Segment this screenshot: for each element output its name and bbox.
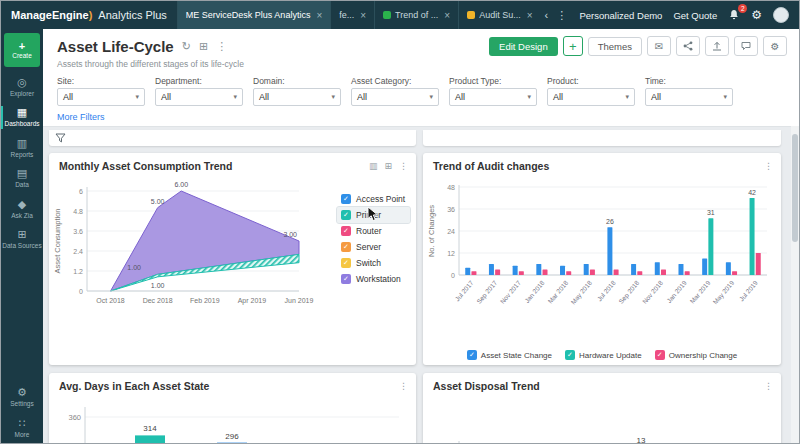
top-navigation-bar: ManageEngine) Analytics Plus ME ServiceD…: [1, 1, 799, 29]
sidebar-item-label: Data Sources: [2, 242, 41, 249]
tab-me-servicedesk-plus-analytics[interactable]: ME ServiceDesk Plus Analytics×: [177, 1, 330, 29]
tab-overflow-menu-icon[interactable]: ⋮: [552, 9, 571, 22]
filter-value: All: [259, 92, 269, 102]
bar-chart[interactable]: 360314296: [51, 401, 406, 443]
kebab-menu-icon[interactable]: ⋮: [399, 161, 408, 171]
widget-bottom-strip: [423, 130, 781, 146]
notifications-bell-icon[interactable]: 2: [728, 9, 740, 21]
legend-item-access-point[interactable]: ✓Access Point: [337, 191, 410, 207]
slideshow-icon[interactable]: ⊞: [199, 41, 208, 52]
sidebar-item-data[interactable]: ▤Data: [1, 163, 43, 193]
legend-label: Hardware Update: [579, 351, 642, 360]
user-avatar[interactable]: [773, 7, 789, 23]
scrollbar-thumb[interactable]: [792, 134, 798, 242]
kebab-menu-icon[interactable]: ⋮: [764, 381, 773, 391]
filter-dropdown[interactable]: All▾: [253, 88, 341, 106]
add-widget-button[interactable]: +: [563, 36, 583, 56]
legend-label: Switch: [356, 258, 381, 268]
tab-scroll-icon[interactable]: ‹: [541, 9, 553, 21]
filter-dropdown[interactable]: All▾: [57, 88, 145, 106]
share-button[interactable]: [676, 36, 700, 56]
area-chart[interactable]: 1613: [427, 401, 773, 443]
legend-item-hardware-update[interactable]: ✓Hardware Update: [565, 350, 642, 360]
sidebar-items: ◎Explorer▦Dashboards▥Reports▤Data◆Ask Zi…: [1, 72, 43, 443]
svg-text:Jun 2019: Jun 2019: [285, 297, 314, 304]
svg-text:Jul 2017: Jul 2017: [453, 279, 474, 303]
legend-checkbox-icon[interactable]: ✓: [341, 210, 351, 220]
tab-close-icon[interactable]: ×: [444, 10, 450, 21]
header-actions: Edit Design + Themes ✉ ⚙: [489, 36, 787, 56]
widget-title: Trend of Audit changes: [433, 160, 549, 172]
sidebar-item-label: Explorer: [10, 90, 34, 97]
tab-close-icon[interactable]: ×: [316, 10, 322, 21]
tab-close-icon[interactable]: ×: [360, 10, 366, 21]
legend-checkbox-icon[interactable]: ✓: [341, 258, 351, 268]
legend-item-router[interactable]: ✓Router: [337, 223, 410, 239]
kebab-menu-icon[interactable]: ⋮: [764, 161, 773, 171]
refresh-icon[interactable]: ↻: [182, 41, 191, 52]
maximize-icon[interactable]: ⊞: [384, 161, 392, 171]
legend-checkbox-icon[interactable]: ✓: [341, 242, 351, 252]
svg-text:2.4: 2.4: [73, 248, 83, 255]
page-subtitle: Assets through the different stages of i…: [43, 56, 799, 69]
legend-checkbox-icon[interactable]: ✓: [341, 226, 351, 236]
sidebar-item-data-sources[interactable]: ⊞Data Sources: [1, 224, 43, 254]
comments-button[interactable]: [734, 36, 758, 56]
sidebar-item-dashboards[interactable]: ▦Dashboards: [1, 102, 43, 132]
tab-audit-su-[interactable]: Audit Su...×: [458, 1, 540, 29]
edit-design-button[interactable]: Edit Design: [489, 37, 558, 56]
legend-item-asset-state-change[interactable]: ✓Asset State Change: [467, 350, 552, 360]
legend-checkbox-icon[interactable]: ✓: [655, 350, 665, 360]
filter-dropdown[interactable]: All▾: [155, 88, 243, 106]
chart-type-icon[interactable]: ▥: [369, 161, 378, 171]
sidebar-item-explorer[interactable]: ◎Explorer: [1, 72, 43, 102]
area-chart[interactable]: 01.22.43.64.86Oct 2018Dec 2018Feb 2019Ap…: [51, 179, 337, 337]
bar-chart[interactable]: 012243648Jul 2017Sep 2017Nov 2017Jan 201…: [425, 177, 775, 337]
email-button[interactable]: ✉: [647, 36, 671, 56]
settings-button[interactable]: ⚙: [763, 36, 787, 56]
vertical-scrollbar[interactable]: [791, 126, 799, 443]
svg-text:314: 314: [143, 424, 157, 433]
tab-fe-[interactable]: fe...×: [330, 1, 374, 29]
sidebar-item-ask-zia[interactable]: ◆Ask Zia: [1, 194, 43, 224]
sidebar-item-reports[interactable]: ▥Reports: [1, 133, 43, 163]
get-quote-link[interactable]: Get Quote: [673, 10, 717, 21]
svg-text:1.00: 1.00: [151, 282, 165, 289]
funnel-filter-icon[interactable]: [55, 133, 66, 144]
gear-icon[interactable]: ⚙: [751, 8, 762, 22]
legend-checkbox-icon[interactable]: ✓: [341, 274, 351, 284]
kebab-menu-icon[interactable]: ⋮: [216, 41, 227, 52]
filter-product-type-: Product Type:All▾: [449, 76, 537, 106]
filter-dropdown[interactable]: All▾: [547, 88, 635, 106]
more-icon: ∷: [19, 418, 26, 429]
legend-checkbox-icon[interactable]: ✓: [341, 194, 351, 204]
legend-item-server[interactable]: ✓Server: [337, 239, 410, 255]
sidebar-item-more[interactable]: ∷More: [1, 413, 43, 443]
widget-title: Monthly Asset Consumption Trend: [59, 160, 232, 172]
svg-text:296: 296: [225, 432, 239, 441]
svg-text:Jul 2019: Jul 2019: [738, 279, 759, 303]
filter-dropdown[interactable]: All▾: [449, 88, 537, 106]
svg-text:Apr 2019: Apr 2019: [238, 297, 267, 305]
personalized-demo-link[interactable]: Personalized Demo: [579, 10, 662, 21]
legend-item-printer[interactable]: ✓Printer: [337, 207, 410, 223]
svg-text:Sep 2018: Sep 2018: [617, 279, 641, 306]
legend-item-ownership-change[interactable]: ✓Ownership Change: [655, 350, 737, 360]
filter-dropdown[interactable]: All▾: [351, 88, 439, 106]
tab-close-icon[interactable]: ×: [527, 10, 533, 21]
widget-icons: ⋮: [764, 161, 773, 171]
more-filters-link[interactable]: More Filters: [57, 112, 105, 122]
tab-trend-of-[interactable]: Trend of ...×: [374, 1, 458, 29]
create-button[interactable]: + Create: [4, 33, 40, 67]
publish-button[interactable]: [705, 36, 729, 56]
legend-checkbox-icon[interactable]: ✓: [467, 350, 477, 360]
kebab-menu-icon[interactable]: ⋮: [399, 381, 408, 391]
filter-dropdown[interactable]: All▾: [645, 88, 733, 106]
widget-monthly-asset-consumption: Monthly Asset Consumption Trend ▥ ⊞ ⋮ 01…: [49, 153, 416, 365]
themes-button[interactable]: Themes: [588, 37, 642, 56]
legend-item-workstation[interactable]: ✓Workstation: [337, 271, 410, 287]
svg-text:Mar 2018: Mar 2018: [546, 279, 569, 305]
sidebar-item-settings[interactable]: ⚙Settings: [1, 382, 43, 412]
legend-checkbox-icon[interactable]: ✓: [565, 350, 575, 360]
legend-item-switch[interactable]: ✓Switch: [337, 255, 410, 271]
